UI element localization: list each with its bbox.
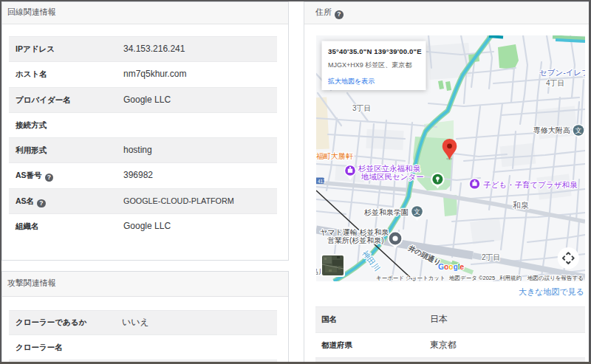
svg-text:キーボード ショートカット: キーボード ショートカット xyxy=(376,275,445,281)
svg-text:2丁目: 2丁目 xyxy=(482,253,501,261)
svg-text:セブン-イレブン: セブン-イレブン xyxy=(539,68,585,77)
svg-text:和泉: 和泉 xyxy=(513,201,529,210)
svg-text:ヤマト運輸 杉並和泉: ヤマト運輸 杉並和泉 xyxy=(320,228,389,236)
svg-text:利用規約: 利用規約 xyxy=(499,275,522,281)
svg-text:杉並和泉学園: 杉並和泉学園 xyxy=(363,208,409,216)
svg-text:子ども・子育てプラザ和泉: 子ども・子育てプラザ和泉 xyxy=(483,180,578,189)
svg-text:営業所(杉並和泉): 営業所(杉並和泉) xyxy=(327,236,384,244)
svg-text:地域区民センター: 地域区民センター xyxy=(361,172,424,181)
svg-text:MJGX+HX9 杉並区、東京都: MJGX+HX9 杉並区、東京都 xyxy=(328,61,411,69)
svg-text:地図の誤りを報告する: 地図の誤りを報告する xyxy=(527,275,584,281)
svg-text:専修大附高: 専修大附高 xyxy=(533,126,570,134)
svg-text:35°40'35.0"N 139°39'00.0"E: 35°40'35.0"N 139°39'00.0"E xyxy=(328,47,422,55)
svg-text:3丁目: 3丁目 xyxy=(352,104,372,112)
svg-text:文: 文 xyxy=(575,127,582,134)
svg-text:文: 文 xyxy=(414,208,420,216)
svg-text:413: 413 xyxy=(318,179,326,184)
svg-text:地図データ ©2025: 地図データ ©2025 xyxy=(448,275,495,281)
svg-text:Google: Google xyxy=(438,262,464,271)
svg-text:福町大勝軒: 福町大勝軒 xyxy=(316,152,354,160)
svg-text:4丁目: 4丁目 xyxy=(546,79,565,87)
svg-text:拡大地図を表示: 拡大地図を表示 xyxy=(327,78,375,85)
